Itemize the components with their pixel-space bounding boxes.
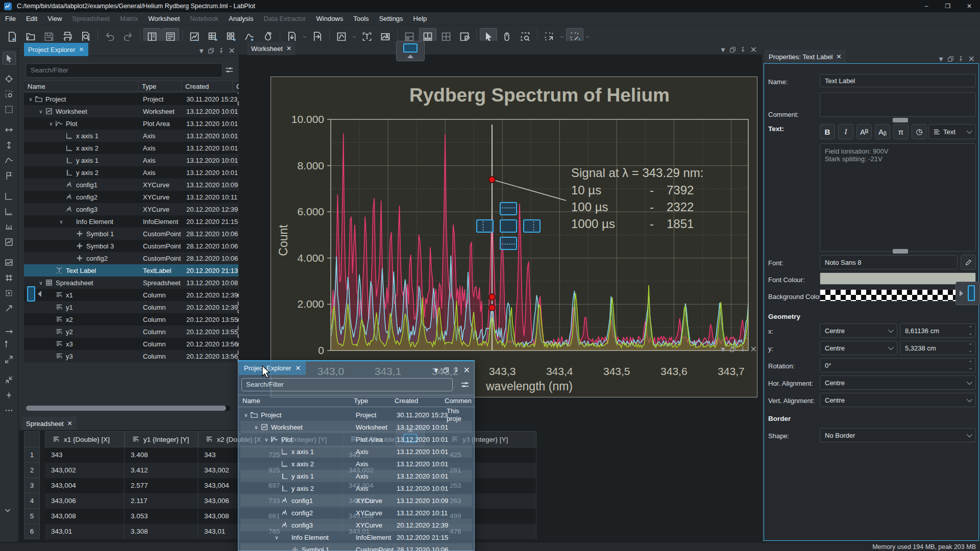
corner-ruler-tool[interactable] [3,205,16,218]
tree-row-y3[interactable]: y3Column20.12.2020 13:56integer da [24,350,238,362]
tree-row-text-label[interactable]: Text LabelTextLabel20.12.2020 21:13 [24,264,238,277]
row-number[interactable]: 3 [24,478,40,493]
expander-icon[interactable]: ∨ [37,109,44,114]
floating-tree-row-config1[interactable]: config1XYCurve13.12.2020 10:09 [240,494,472,507]
row-number[interactable]: 5 [24,509,40,524]
rotation-spinner[interactable]: 0°⌃⌄ [820,358,976,372]
cell-x1-4[interactable]: 343,006 [45,493,125,509]
select-region-tool[interactable] [3,286,16,299]
row-number[interactable]: 1 [24,447,40,463]
scale-y-tool[interactable] [3,337,16,350]
cursor-tool[interactable] [3,52,16,65]
row-number[interactable]: 4 [24,493,40,509]
floating-column-header-commen[interactable]: Commen [445,397,472,405]
move-step-tool[interactable] [3,388,16,402]
font-field[interactable]: Noto Sans 8 [820,255,958,269]
row-number[interactable]: 6 [24,524,40,539]
cell-y1-4[interactable]: 2.117 [125,493,198,509]
tab-close-icon[interactable]: ✕ [79,46,84,53]
expander-icon[interactable]: ∨ [37,280,44,286]
expander-icon[interactable]: ∨ [273,535,280,540]
grid-snap-tool[interactable] [3,271,16,284]
floating-column-header-name[interactable]: Name [242,397,260,405]
curve-tool[interactable] [3,154,16,167]
scale-auto-tool[interactable] [3,302,16,315]
name-field[interactable]: Text Label [820,74,976,87]
tree-row-project[interactable]: ∨ProjectProject30.11.2020 15:23This proj… [24,93,238,105]
column-header-name[interactable]: Name [24,81,45,91]
cell-x1-5[interactable]: 343,008 [45,509,125,524]
text-content-area[interactable]: Field ionisation: 900V Stark splitting: … [820,143,976,252]
datetime-button[interactable]: ◷ [912,124,927,139]
floating-tree-row-plot[interactable]: ∨PlotPlot Area13.12.2020 10:01 [240,433,472,445]
column-header-created[interactable]: Created [181,81,209,91]
floating-tree-row-worksheet[interactable]: ∨WorksheetWorksheet13.12.2020 10:01 [240,421,472,433]
subscript-button[interactable]: Aᵦ [875,124,890,139]
pe-hscrollbar[interactable] [26,406,230,411]
floating-search-input[interactable]: Search/Filter [241,378,453,391]
hor-alignment-combo[interactable]: Centre [820,375,976,390]
menu-file[interactable]: File [0,12,21,26]
scale-x-tool[interactable] [3,322,16,335]
vert-alignment-combo[interactable]: Centre [820,393,976,407]
cell-x1-6[interactable]: 343,01 [45,524,125,539]
tree-row-x1[interactable]: x1Column20.12.2020 12:39numerical [24,289,238,301]
cell-y1-3[interactable]: 2.577 [125,478,198,493]
tree-row-plot[interactable]: ∨PlotPlot Area13.12.2020 10:01 [24,117,238,130]
floating-column-header-created[interactable]: Created [395,397,418,405]
expander-icon[interactable]: ∨ [253,424,260,430]
chart-frame-tool[interactable] [3,235,16,248]
file-new-button[interactable] [4,28,21,45]
cell-y1-6[interactable]: 3.308 [125,524,198,539]
shift-y-tool[interactable] [3,138,16,152]
crosshair-tool[interactable] [3,72,16,85]
cell-x1-3[interactable]: 343,004 [45,478,125,493]
expander-icon[interactable]: ∨ [58,219,65,224]
cell-x1-2[interactable]: 343,002 [45,463,125,478]
column-header-x1[interactable]: x1 {Double} [X] [45,431,125,447]
shift-x-tool[interactable] [3,123,16,136]
expander-icon[interactable]: ∨ [27,96,34,102]
floating-dock-buttons[interactable]: ▾ ✕ [434,365,470,375]
tab-project-explorer[interactable]: Project Explorer✕ [24,43,88,56]
zoom-region-tool[interactable] [3,87,16,101]
floating-tree-row-info-element[interactable]: ∨Info ElementInfoElement20.12.2020 21:15 [240,531,472,543]
menu-worksheet[interactable]: Worksheet [143,12,185,26]
y-mode-combo[interactable]: Centre [820,341,897,355]
x-value-spinner[interactable]: 8,61136 cm⌃⌄ [900,323,976,338]
floating-tree-row-project[interactable]: ∨ProjectProject30.11.2020 15:23This proj… [240,409,472,421]
expand-tool[interactable] [3,353,16,366]
floating-tree-row-y-axis-1[interactable]: y axis 1Axis13.12.2020 10:01 [240,470,472,482]
bold-button[interactable]: B [820,124,835,139]
row-number[interactable]: 2 [24,463,40,478]
floating-tree-row-config3[interactable]: config3XYCurve20.12.2020 12:39 [240,519,472,531]
cell-y1-1[interactable]: 3.408 [125,447,198,463]
image-frame-tool[interactable] [3,256,16,269]
menu-view[interactable]: View [42,12,67,26]
collapse-tool[interactable] [3,373,16,386]
floating-project-explorer[interactable]: Project Explorer✕ ▾ ✕ Search/Filter Name… [238,360,475,551]
tree-row-config2[interactable]: config2CustomPoint28.12.2020 10:06 [24,252,238,264]
column-header-y1[interactable]: y1 {Integer} [Y] [125,431,198,447]
cell-y1-5[interactable]: 3.053 [125,509,198,524]
shape-combo[interactable]: No Border [820,428,976,442]
menu-settings[interactable]: Settings [374,12,408,26]
tree-row-worksheet[interactable]: ∨WorksheetWorksheet13.12.2020 10:01 [24,105,238,117]
tree-row-spreadsheet[interactable]: ∨SpreadsheetSpreadsheet13.12.2020 10:08 [24,277,238,289]
maximize-button[interactable]: ❒ [937,0,959,12]
floating-column-header-type[interactable]: Type [354,397,368,405]
tree-row-config1[interactable]: config1XYCurve13.12.2020 10:09 [24,179,238,191]
filter-icon[interactable] [461,381,469,389]
bottom-dock-buttons[interactable]: ▾ ✕ [721,344,757,354]
cell-y1-2[interactable]: 3.412 [125,463,198,478]
ws-dock-buttons[interactable]: ▾ ✕ [721,45,757,55]
select-rect-tool[interactable] [3,103,16,116]
column-header-type[interactable]: Type [138,81,156,91]
tree-row-x-axis-2[interactable]: x axis 2Axis13.12.2020 10:01 [24,142,238,154]
italic-button[interactable]: I [838,124,853,139]
tree-row-symbol-3[interactable]: Symbol 3CustomPoint28.12.2020 10:06 [24,240,238,252]
expander-icon[interactable]: ∨ [242,412,250,418]
tree-row-y-axis-1[interactable]: y axis 1Axis13.12.2020 10:01 [24,154,238,166]
text-mode-dropdown[interactable]: Text [928,124,976,139]
tab-properties[interactable]: Properties: Text Label✕ [765,50,846,63]
